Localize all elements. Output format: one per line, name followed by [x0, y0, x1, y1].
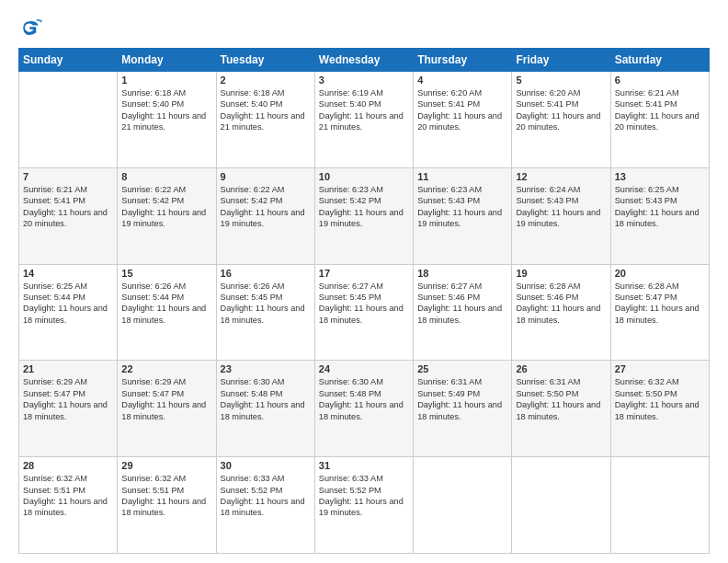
day-number: 21 [23, 363, 113, 374]
cell-content: Sunrise: 6:32 AMSunset: 5:50 PMDaylight:… [615, 377, 700, 420]
day-number: 25 [417, 363, 507, 374]
cell-content: Sunrise: 6:19 AMSunset: 5:40 PMDaylight:… [319, 88, 404, 132]
cell-content: Sunrise: 6:30 AMSunset: 5:48 PMDaylight:… [221, 377, 305, 420]
day-number: 17 [319, 268, 409, 279]
week-row-4: 21 Sunrise: 6:29 AMSunset: 5:47 PMDaylig… [19, 361, 710, 457]
weekday-header-monday: Monday [118, 49, 216, 72]
calendar-cell: 29 Sunrise: 6:32 AMSunset: 5:51 PMDaylig… [118, 457, 216, 554]
week-row-3: 14 Sunrise: 6:25 AMSunset: 5:44 PMDaylig… [19, 264, 710, 361]
cell-content: Sunrise: 6:30 AMSunset: 5:48 PMDaylight:… [319, 377, 404, 420]
calendar-cell: 23 Sunrise: 6:30 AMSunset: 5:48 PMDaylig… [216, 361, 314, 457]
calendar-cell: 28 Sunrise: 6:32 AMSunset: 5:51 PMDaylig… [19, 457, 118, 554]
day-number: 31 [319, 460, 409, 471]
day-number: 2 [221, 75, 311, 86]
calendar-cell: 3 Sunrise: 6:19 AMSunset: 5:40 PMDayligh… [314, 72, 413, 168]
header [18, 15, 710, 40]
calendar-cell: 25 Sunrise: 6:31 AMSunset: 5:49 PMDaylig… [414, 361, 512, 457]
cell-content: Sunrise: 6:21 AMSunset: 5:41 PMDaylight:… [615, 88, 700, 132]
cell-content: Sunrise: 6:32 AMSunset: 5:51 PMDaylight:… [121, 474, 206, 517]
week-row-5: 28 Sunrise: 6:32 AMSunset: 5:51 PMDaylig… [19, 457, 710, 554]
cell-content: Sunrise: 6:33 AMSunset: 5:52 PMDaylight:… [221, 474, 305, 517]
cell-content: Sunrise: 6:33 AMSunset: 5:52 PMDaylight:… [319, 474, 404, 517]
cell-content: Sunrise: 6:23 AMSunset: 5:42 PMDaylight:… [319, 185, 404, 228]
calendar-cell [19, 72, 118, 168]
day-number: 14 [23, 268, 113, 279]
day-number: 30 [221, 460, 311, 471]
weekday-header-tuesday: Tuesday [216, 49, 314, 72]
day-number: 5 [516, 75, 606, 86]
day-number: 4 [417, 75, 507, 86]
day-number: 19 [516, 268, 606, 279]
calendar-cell: 20 Sunrise: 6:28 AMSunset: 5:47 PMDaylig… [610, 264, 709, 361]
cell-content: Sunrise: 6:21 AMSunset: 5:41 PMDaylight:… [23, 185, 108, 228]
weekday-header-saturday: Saturday [610, 49, 709, 72]
cell-content: Sunrise: 6:28 AMSunset: 5:46 PMDaylight:… [516, 282, 600, 325]
cell-content: Sunrise: 6:32 AMSunset: 5:51 PMDaylight:… [23, 474, 108, 517]
day-number: 28 [23, 460, 113, 471]
cell-content: Sunrise: 6:25 AMSunset: 5:44 PMDaylight:… [23, 282, 108, 325]
calendar-cell: 17 Sunrise: 6:27 AMSunset: 5:45 PMDaylig… [314, 264, 413, 361]
calendar-cell: 11 Sunrise: 6:23 AMSunset: 5:43 PMDaylig… [414, 167, 512, 264]
cell-content: Sunrise: 6:22 AMSunset: 5:42 PMDaylight:… [221, 185, 305, 228]
calendar-cell: 19 Sunrise: 6:28 AMSunset: 5:46 PMDaylig… [512, 264, 610, 361]
cell-content: Sunrise: 6:28 AMSunset: 5:47 PMDaylight:… [615, 282, 700, 325]
calendar-cell: 30 Sunrise: 6:33 AMSunset: 5:52 PMDaylig… [216, 457, 314, 554]
day-number: 7 [23, 171, 113, 182]
day-number: 23 [221, 363, 311, 374]
week-row-1: 1 Sunrise: 6:18 AMSunset: 5:40 PMDayligh… [19, 72, 710, 168]
calendar-cell: 14 Sunrise: 6:25 AMSunset: 5:44 PMDaylig… [19, 264, 118, 361]
cell-content: Sunrise: 6:18 AMSunset: 5:40 PMDaylight:… [121, 88, 206, 132]
calendar-cell: 18 Sunrise: 6:27 AMSunset: 5:46 PMDaylig… [414, 264, 512, 361]
calendar-table: SundayMondayTuesdayWednesdayThursdayFrid… [18, 48, 710, 554]
day-number: 27 [615, 363, 705, 374]
day-number: 13 [615, 171, 705, 182]
calendar-cell: 26 Sunrise: 6:31 AMSunset: 5:50 PMDaylig… [512, 361, 610, 457]
calendar-cell: 8 Sunrise: 6:22 AMSunset: 5:42 PMDayligh… [118, 167, 216, 264]
page: SundayMondayTuesdayWednesdayThursdayFrid… [0, 0, 728, 563]
calendar-cell: 6 Sunrise: 6:21 AMSunset: 5:41 PMDayligh… [610, 72, 709, 168]
weekday-header-sunday: Sunday [19, 49, 118, 72]
calendar-cell [610, 457, 709, 554]
calendar-cell: 5 Sunrise: 6:20 AMSunset: 5:41 PMDayligh… [512, 72, 610, 168]
calendar-cell: 10 Sunrise: 6:23 AMSunset: 5:42 PMDaylig… [314, 167, 413, 264]
calendar-cell: 24 Sunrise: 6:30 AMSunset: 5:48 PMDaylig… [314, 361, 413, 457]
cell-content: Sunrise: 6:29 AMSunset: 5:47 PMDaylight:… [121, 377, 206, 420]
week-row-2: 7 Sunrise: 6:21 AMSunset: 5:41 PMDayligh… [19, 167, 710, 264]
day-number: 12 [516, 171, 606, 182]
day-number: 16 [221, 268, 311, 279]
calendar-cell [414, 457, 512, 554]
day-number: 8 [121, 171, 211, 182]
day-number: 24 [319, 363, 409, 374]
cell-content: Sunrise: 6:23 AMSunset: 5:43 PMDaylight:… [417, 185, 502, 228]
calendar-cell: 2 Sunrise: 6:18 AMSunset: 5:40 PMDayligh… [216, 72, 314, 168]
day-number: 3 [319, 75, 409, 86]
logo [18, 15, 48, 40]
logo-icon [18, 15, 44, 40]
cell-content: Sunrise: 6:27 AMSunset: 5:45 PMDaylight:… [319, 282, 404, 325]
day-number: 18 [417, 268, 507, 279]
day-number: 11 [417, 171, 507, 182]
calendar-cell [512, 457, 610, 554]
weekday-header-thursday: Thursday [414, 49, 512, 72]
calendar-cell: 7 Sunrise: 6:21 AMSunset: 5:41 PMDayligh… [19, 167, 118, 264]
cell-content: Sunrise: 6:18 AMSunset: 5:40 PMDaylight:… [221, 88, 305, 132]
cell-content: Sunrise: 6:25 AMSunset: 5:43 PMDaylight:… [615, 185, 700, 228]
cell-content: Sunrise: 6:29 AMSunset: 5:47 PMDaylight:… [23, 377, 108, 420]
day-number: 1 [121, 75, 211, 86]
cell-content: Sunrise: 6:20 AMSunset: 5:41 PMDaylight:… [516, 88, 600, 132]
calendar-cell: 27 Sunrise: 6:32 AMSunset: 5:50 PMDaylig… [610, 361, 709, 457]
day-number: 15 [121, 268, 211, 279]
calendar-cell: 12 Sunrise: 6:24 AMSunset: 5:43 PMDaylig… [512, 167, 610, 264]
cell-content: Sunrise: 6:24 AMSunset: 5:43 PMDaylight:… [516, 185, 600, 228]
cell-content: Sunrise: 6:27 AMSunset: 5:46 PMDaylight:… [417, 282, 502, 325]
day-number: 26 [516, 363, 606, 374]
calendar-cell: 15 Sunrise: 6:26 AMSunset: 5:44 PMDaylig… [118, 264, 216, 361]
weekday-header-row: SundayMondayTuesdayWednesdayThursdayFrid… [19, 49, 710, 72]
cell-content: Sunrise: 6:26 AMSunset: 5:44 PMDaylight:… [121, 282, 206, 325]
cell-content: Sunrise: 6:26 AMSunset: 5:45 PMDaylight:… [221, 282, 305, 325]
calendar-cell: 13 Sunrise: 6:25 AMSunset: 5:43 PMDaylig… [610, 167, 709, 264]
calendar-cell: 22 Sunrise: 6:29 AMSunset: 5:47 PMDaylig… [118, 361, 216, 457]
day-number: 10 [319, 171, 409, 182]
calendar-cell: 21 Sunrise: 6:29 AMSunset: 5:47 PMDaylig… [19, 361, 118, 457]
calendar-cell: 9 Sunrise: 6:22 AMSunset: 5:42 PMDayligh… [216, 167, 314, 264]
